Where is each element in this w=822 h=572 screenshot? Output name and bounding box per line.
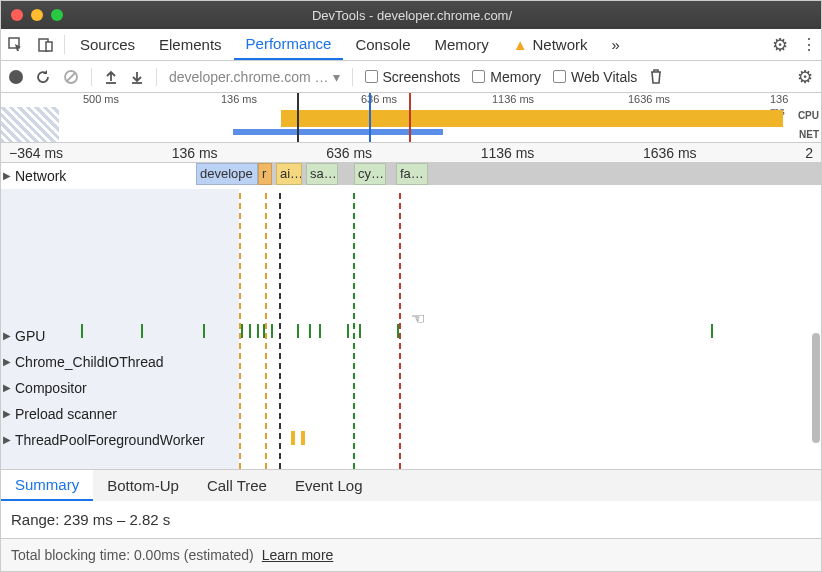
traffic-lights	[11, 9, 63, 21]
webvitals-checkbox[interactable]: Web Vitals	[553, 69, 637, 85]
overview-net-label: NET	[799, 129, 819, 140]
overview-cpu-band	[281, 110, 783, 127]
summary-range: Range: 239 ms – 2.82 s	[11, 511, 811, 528]
timeline-overview[interactable]: 500 ms 136 ms 636 ms 1136 ms 1636 ms 136…	[1, 93, 821, 143]
network-track-label: Network	[13, 168, 66, 184]
thread-row[interactable]: ▶Chrome_ChildIOThread	[1, 349, 821, 375]
thread-label: Chrome_ChildIOThread	[13, 354, 164, 370]
timeline-ruler[interactable]: −364 ms 136 ms 636 ms 1136 ms 1636 ms 2	[1, 143, 821, 163]
chevron-down-icon: ▾	[333, 69, 340, 85]
thread-row[interactable]: ▶ThreadPoolForegroundWorker	[1, 427, 821, 453]
warning-icon: ▲	[513, 36, 528, 53]
tab-sources[interactable]: Sources	[68, 29, 147, 60]
tab-event-log[interactable]: Event Log	[281, 470, 377, 501]
overview-cpu-label: CPU	[798, 110, 819, 121]
performance-toolbar: developer.chrome.com …▾ Screenshots Memo…	[1, 61, 821, 93]
upload-icon[interactable]	[104, 70, 118, 84]
download-icon[interactable]	[130, 70, 144, 84]
device-toolbar-icon[interactable]	[31, 29, 61, 60]
window-titlebar: DevTools - developer.chrome.com/	[1, 1, 821, 29]
window-title: DevTools - developer.chrome.com/	[63, 8, 761, 23]
disclosure-triangle-icon[interactable]: ▶	[1, 356, 13, 367]
screenshots-checkbox[interactable]: Screenshots	[365, 69, 461, 85]
overview-marker	[297, 93, 299, 142]
devtools-tabs: Sources Elements Performance Console Mem…	[1, 29, 821, 61]
thread-label: Compositor	[13, 380, 87, 396]
memory-checkbox[interactable]: Memory	[472, 69, 541, 85]
more-tabs-button[interactable]: »	[600, 29, 632, 60]
thread-rows: ▶GPU▶Chrome_ChildIOThread▶Compositor▶Pre…	[1, 323, 821, 453]
kebab-menu-icon[interactable]: ⋮	[797, 29, 821, 60]
network-track: developerai…sa…cy…fa…	[196, 163, 821, 185]
trash-icon[interactable]	[649, 69, 663, 84]
tab-bottom-up[interactable]: Bottom-Up	[93, 470, 193, 501]
svg-line-4	[67, 73, 75, 81]
tab-console[interactable]: Console	[343, 29, 422, 60]
network-request-block[interactable]: cy…	[354, 163, 386, 185]
footer-bar: Total blocking time: 0.00ms (estimated) …	[1, 538, 821, 571]
network-request-block[interactable]: r	[258, 163, 272, 185]
inspect-element-icon[interactable]	[1, 29, 31, 60]
task-block	[291, 431, 295, 445]
network-request-block[interactable]: ai…	[276, 163, 302, 185]
tab-memory[interactable]: Memory	[422, 29, 500, 60]
vertical-scrollbar[interactable]	[812, 333, 820, 443]
thread-row[interactable]: ▶Preload scanner	[1, 401, 821, 427]
disclosure-triangle-icon[interactable]: ▶	[1, 434, 13, 445]
network-request-block[interactable]: develope	[196, 163, 258, 185]
thread-label: Preload scanner	[13, 406, 117, 422]
tab-performance[interactable]: Performance	[234, 29, 344, 60]
tab-summary[interactable]: Summary	[1, 470, 93, 501]
disclosure-triangle-icon[interactable]: ▶	[1, 408, 13, 419]
tab-network[interactable]: ▲Network	[501, 29, 600, 60]
overview-hatched-region	[1, 107, 59, 142]
overview-marker	[369, 93, 371, 142]
close-window-button[interactable]	[11, 9, 23, 21]
thread-label: GPU	[13, 328, 45, 344]
learn-more-link[interactable]: Learn more	[262, 547, 334, 563]
record-button[interactable]	[9, 70, 23, 84]
thread-row[interactable]: ▶Compositor	[1, 375, 821, 401]
thread-label: ThreadPoolForegroundWorker	[13, 432, 205, 448]
svg-rect-2	[46, 42, 52, 51]
network-request-block[interactable]: fa…	[396, 163, 428, 185]
task-block	[301, 431, 305, 445]
tab-elements[interactable]: Elements	[147, 29, 234, 60]
flame-chart[interactable]: ▶ Network developerai…sa…cy…fa… ▶GPU▶Chr…	[1, 163, 821, 469]
panel-settings-icon[interactable]: ⚙	[797, 66, 813, 88]
overview-ticks: 500 ms 136 ms 636 ms 1136 ms 1636 ms 136…	[1, 93, 821, 107]
pointer-cursor-icon: ☜	[411, 309, 425, 328]
minimize-window-button[interactable]	[31, 9, 43, 21]
overview-net-band	[233, 129, 443, 135]
reload-button[interactable]	[35, 69, 51, 85]
clear-button[interactable]	[63, 69, 79, 85]
overview-marker	[409, 93, 411, 142]
maximize-window-button[interactable]	[51, 9, 63, 21]
disclosure-triangle-icon[interactable]: ▶	[1, 170, 13, 181]
recording-selector[interactable]: developer.chrome.com …▾	[169, 69, 340, 85]
tab-call-tree[interactable]: Call Tree	[193, 470, 281, 501]
total-blocking-time: Total blocking time: 0.00ms (estimated)	[11, 547, 254, 563]
disclosure-triangle-icon[interactable]: ▶	[1, 330, 13, 341]
disclosure-triangle-icon[interactable]: ▶	[1, 382, 13, 393]
settings-icon[interactable]: ⚙	[763, 29, 797, 60]
summary-panel: Range: 239 ms – 2.82 s	[1, 501, 821, 538]
details-tabs: Summary Bottom-Up Call Tree Event Log	[1, 469, 821, 501]
network-request-block[interactable]: sa…	[306, 163, 338, 185]
